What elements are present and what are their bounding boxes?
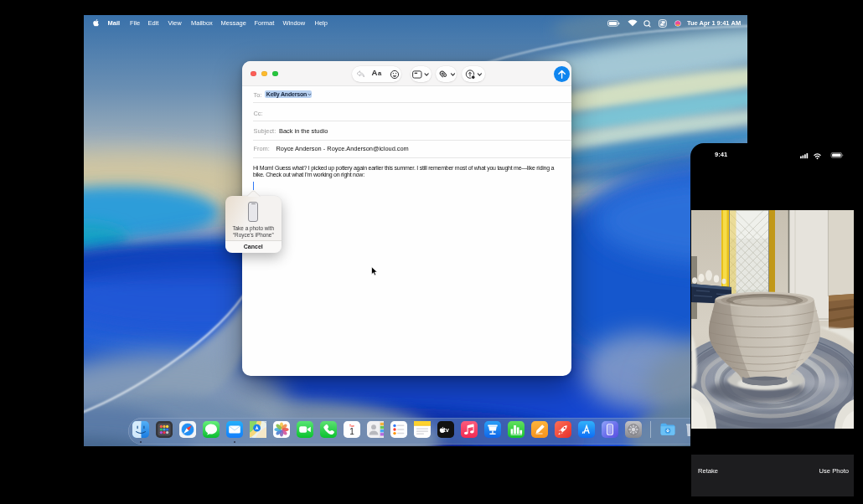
svg-text:1: 1: [349, 427, 354, 436]
svg-text:tv: tv: [443, 426, 449, 434]
